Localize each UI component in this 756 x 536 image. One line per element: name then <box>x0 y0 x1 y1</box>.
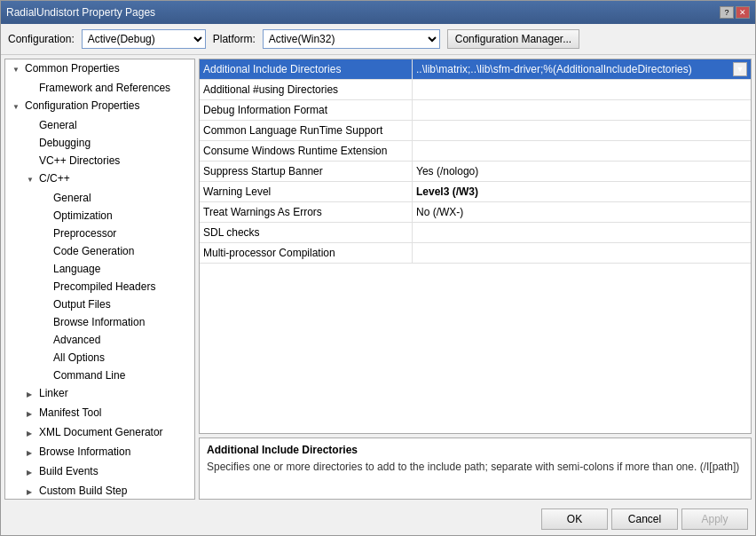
prop-row-add-include[interactable]: Additional Include Directories ..\lib\ma… <box>200 59 751 80</box>
tree-item-manifest-tool[interactable]: ▶Manifest Tool <box>5 404 194 423</box>
tree-item-label: All Options <box>53 351 105 364</box>
content-area: ▼Common PropertiesFramework and Referenc… <box>1 55 755 503</box>
expand-icon[interactable]: ▶ <box>27 445 37 461</box>
prop-row-warning-level[interactable]: Warning Level Level3 (/W3) <box>200 182 751 202</box>
prop-row-add-using[interactable]: Additional #using Directories <box>200 80 751 100</box>
tree-item-xml-doc-gen[interactable]: ▶XML Document Generator <box>5 423 194 443</box>
expand-icon[interactable]: ▼ <box>12 62 23 78</box>
tree-item-label: Precompiled Headers <box>53 280 155 293</box>
prop-value <box>413 80 751 99</box>
property-pages-dialog: RadialUndistort Property Pages ? ✕ Confi… <box>0 0 756 536</box>
tree-item-label: Language <box>53 263 100 275</box>
tree-item-general2[interactable]: General <box>5 189 194 207</box>
tree-item-c-cpp[interactable]: ▼C/C++ <box>5 169 194 189</box>
prop-value: Level3 (/W3) <box>413 182 751 201</box>
tree-item-precompiled-hdrs[interactable]: Precompiled Headers <box>5 278 194 296</box>
platform-label: Platform: <box>213 33 256 45</box>
tree-item-preprocessor[interactable]: Preprocessor <box>5 225 194 242</box>
tree-item-label: Common Properties <box>25 62 120 75</box>
title-bar-buttons: ? ✕ <box>720 6 750 19</box>
prop-value-text: No (/WX-) <box>416 204 463 220</box>
prop-row-debug-format[interactable]: Debug Information Format <box>200 100 751 121</box>
expand-icon[interactable]: ▶ <box>27 426 37 442</box>
tree-item-label: Command Line <box>53 369 125 382</box>
platform-select[interactable]: Active(Win32) <box>263 29 440 49</box>
expand-icon[interactable]: ▶ <box>27 465 37 481</box>
tree-item-browse-info[interactable]: Browse Information <box>5 313 194 331</box>
tree-panel: ▼Common PropertiesFramework and Referenc… <box>4 59 195 500</box>
tree-item-debugging[interactable]: Debugging <box>5 134 194 152</box>
tree-item-label: Custom Build Step <box>39 485 127 497</box>
tree-item-label: C/C++ <box>39 172 70 185</box>
cancel-button[interactable]: Cancel <box>611 508 678 530</box>
expand-icon[interactable]: ▼ <box>27 172 37 188</box>
tree-item-label: Linker <box>39 387 68 399</box>
prop-value-text: Level3 (/W3) <box>416 184 478 200</box>
prop-row-clr-support[interactable]: Common Language RunTime Support <box>200 121 751 141</box>
prop-row-suppress-banner[interactable]: Suppress Startup Banner Yes (/nologo) <box>200 162 751 182</box>
description-panel: Additional Include Directories Specifies… <box>199 437 752 500</box>
tree-item-common-props[interactable]: ▼Common Properties <box>5 59 194 79</box>
bottom-bar: OK Cancel Apply <box>1 503 755 535</box>
config-select[interactable]: Active(Debug) <box>82 29 206 49</box>
tree-item-all-options[interactable]: All Options <box>5 349 194 367</box>
prop-name: Additional #using Directories <box>200 80 413 99</box>
prop-value: No (/WX-) <box>413 202 751 222</box>
tree-item-build-events[interactable]: ▶Build Events <box>5 462 194 482</box>
description-title: Additional Include Directories <box>207 444 744 456</box>
config-label: Configuration: <box>8 33 75 45</box>
prop-row-treat-warnings[interactable]: Treat Warnings As Errors No (/WX-) <box>200 202 751 223</box>
tree-item-output-files[interactable]: Output Files <box>5 296 194 313</box>
tree-item-label: Advanced <box>53 334 100 346</box>
tree-item-label: Browse Information <box>53 316 145 328</box>
prop-dropdown-btn[interactable]: ▼ <box>733 62 747 76</box>
prop-name: Multi-processor Compilation <box>200 243 413 263</box>
prop-name: Treat Warnings As Errors <box>200 202 413 222</box>
tree-item-label: General <box>39 119 77 131</box>
prop-value: ..\lib\matrix;..\lib\sfm-driver;%(Additi… <box>413 59 751 79</box>
prop-row-mp-compile[interactable]: Multi-processor Compilation <box>200 243 751 264</box>
apply-button[interactable]: Apply <box>681 508 748 530</box>
expand-icon[interactable]: ▶ <box>27 406 37 422</box>
prop-value <box>413 100 751 120</box>
prop-name: Additional Include Directories <box>200 59 413 79</box>
tree-item-language[interactable]: Language <box>5 260 194 278</box>
tree-item-linker[interactable]: ▶Linker <box>5 384 194 404</box>
tree-item-code-gen[interactable]: Code Generation <box>5 242 194 260</box>
right-panel: Additional Include Directories ..\lib\ma… <box>199 59 752 500</box>
tree-item-config-props[interactable]: ▼Configuration Properties <box>5 97 194 116</box>
tree-item-label: Build Events <box>39 465 98 477</box>
description-text: Specifies one or more directories to add… <box>207 460 744 475</box>
tree-item-general[interactable]: General <box>5 116 194 134</box>
tree-item-cmd-line[interactable]: Command Line <box>5 367 194 384</box>
properties-grid: Additional Include Directories ..\lib\ma… <box>199 59 752 434</box>
tree-item-label: Debugging <box>39 137 91 149</box>
prop-value-text: ..\lib\matrix;..\lib\sfm-driver;%(Additi… <box>416 61 692 77</box>
prop-name: Warning Level <box>200 182 413 201</box>
expand-icon[interactable]: ▼ <box>12 99 23 115</box>
tree-item-label: XML Document Generator <box>39 426 163 438</box>
expand-icon[interactable]: ▶ <box>27 485 37 500</box>
prop-value: Yes (/nologo) <box>413 162 751 181</box>
tree-item-advanced[interactable]: Advanced <box>5 331 194 349</box>
config-manager-button[interactable]: Configuration Manager... <box>447 29 579 49</box>
title-bar: RadialUndistort Property Pages ? ✕ <box>1 1 755 24</box>
tree-item-framework-refs[interactable]: Framework and References <box>5 79 194 97</box>
tree-item-custom-build[interactable]: ▶Custom Build Step <box>5 482 194 500</box>
toolbar: Configuration: Active(Debug) Platform: A… <box>1 24 755 55</box>
ok-button[interactable]: OK <box>541 508 608 530</box>
tree-item-label: Preprocessor <box>53 227 116 240</box>
tree-item-browse-info2[interactable]: ▶Browse Information <box>5 443 194 462</box>
expand-icon[interactable]: ▶ <box>27 387 37 403</box>
prop-value <box>413 223 751 242</box>
tree-item-optimization[interactable]: Optimization <box>5 207 194 225</box>
tree-item-label: Framework and References <box>39 82 170 94</box>
tree-item-vc-dirs[interactable]: VC++ Directories <box>5 152 194 169</box>
help-button[interactable]: ? <box>720 6 734 19</box>
close-button[interactable]: ✕ <box>736 6 750 19</box>
prop-row-sdl-checks[interactable]: SDL checks <box>200 223 751 243</box>
tree-item-label: Manifest Tool <box>39 406 101 419</box>
tree-item-label: Browse Information <box>39 445 130 458</box>
prop-value <box>413 243 751 263</box>
prop-row-consume-winrt[interactable]: Consume Windows Runtime Extension <box>200 141 751 162</box>
